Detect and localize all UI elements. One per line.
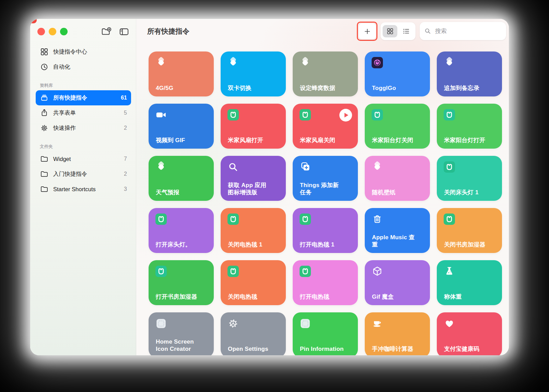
shortcut-tile-label: Home Screen Icon Creator bbox=[156, 338, 210, 353]
shortcut-tile[interactable]: TogglGo bbox=[365, 51, 430, 96]
power-app-icon bbox=[372, 57, 383, 68]
shortcut-tile-label: 视频到 GIF bbox=[156, 137, 210, 144]
shortcut-tile[interactable]: 设定蜂窝数据 bbox=[293, 51, 358, 96]
search-field[interactable] bbox=[420, 22, 506, 40]
shortcut-tile-label: TogglGo bbox=[372, 84, 426, 92]
sidebar-item-快捷指令中心[interactable]: 快捷指令中心 bbox=[36, 44, 131, 59]
shortcut-tile[interactable]: 关闭电热毯 1 bbox=[221, 208, 286, 253]
mihome-icon bbox=[227, 214, 239, 225]
sidebar-toolbar bbox=[101, 26, 129, 37]
toggle-sidebar-button[interactable] bbox=[119, 26, 129, 37]
shortcut-tile[interactable]: 天气预报 bbox=[149, 156, 214, 201]
mihome-icon bbox=[300, 109, 311, 120]
shortcut-tile[interactable]: 打开书房加湿器 bbox=[149, 260, 214, 305]
shortcut-tile[interactable]: 打开床头灯。 bbox=[149, 208, 214, 253]
sidebar-item-共享表单[interactable]: 共享表单 5 bbox=[36, 105, 131, 120]
new-folder-button[interactable] bbox=[101, 26, 112, 37]
shortcut-tile-label: Apple Music 查 重 bbox=[372, 234, 426, 249]
mihome-icon bbox=[444, 109, 455, 120]
shortcuts-app-window: 快捷指令中心 自动化 资料库 所有快捷指令 61 共享表单 5 快速操作 2 文… bbox=[30, 19, 509, 355]
gear-outline-icon bbox=[227, 318, 239, 329]
list-view-button[interactable] bbox=[399, 25, 413, 37]
mihome-icon bbox=[300, 266, 311, 277]
shortcut-tile[interactable]: 米家阳台灯打开 bbox=[437, 104, 502, 149]
sidebar-item-所有快捷指令[interactable]: 所有快捷指令 61 bbox=[36, 90, 131, 105]
shortcut-tile[interactable]: Pin Information bbox=[293, 312, 358, 355]
run-play-badge[interactable] bbox=[339, 109, 352, 122]
shortcut-tile-label: Gif 魔盒 bbox=[372, 293, 426, 301]
shortcut-tile[interactable]: Open Settings bbox=[221, 312, 286, 355]
shortcut-tile[interactable]: 视频到 GIF bbox=[149, 104, 214, 149]
shortcut-tile-label: 随机壁纸 bbox=[372, 189, 426, 196]
shortcut-tile[interactable]: 4G/5G bbox=[149, 51, 214, 96]
sidebar-item-widget[interactable]: Widget 7 bbox=[36, 151, 131, 166]
shortcut-tile[interactable]: 关闭书房加湿器 bbox=[437, 208, 502, 253]
shortcut-tile-label: 米家风扇打开 bbox=[228, 137, 282, 144]
coffee-cup-icon bbox=[372, 318, 383, 329]
search-input[interactable] bbox=[434, 27, 502, 35]
shortcut-tile[interactable]: 关闭电热毯 bbox=[221, 260, 286, 305]
layers-icon bbox=[444, 57, 455, 68]
sidebar-item-label: 快捷指令中心 bbox=[53, 48, 127, 56]
gear-icon bbox=[40, 124, 49, 132]
sidebar-item-快速操作[interactable]: 快速操作 2 bbox=[36, 120, 131, 136]
grid-view-button[interactable] bbox=[383, 25, 397, 37]
shortcut-tile[interactable]: 手冲咖啡计算器 bbox=[365, 312, 430, 355]
shortcut-tile[interactable]: 米家风扇打开 bbox=[221, 104, 286, 149]
sidebar-item-入门快捷指令[interactable]: 入门快捷指令 2 bbox=[36, 166, 131, 182]
shortcut-tile[interactable]: 米家风扇关闭 bbox=[293, 104, 358, 149]
sidebar-item-label: Starter Shortcuts bbox=[53, 186, 124, 193]
shortcut-tile-label: 关闭电热毯 bbox=[228, 293, 282, 301]
shortcut-tile[interactable]: 获取 App 应用 图标增强版 bbox=[221, 156, 286, 201]
shortcut-tile[interactable]: 打开电热毯 bbox=[293, 260, 358, 305]
sidebar-item-自动化[interactable]: 自动化 bbox=[36, 59, 131, 74]
search-icon bbox=[424, 27, 431, 35]
layers-icon bbox=[155, 161, 167, 173]
shortcut-tile[interactable]: 双卡切换 bbox=[221, 51, 286, 96]
minimize-button[interactable] bbox=[49, 28, 56, 35]
shortcut-tile-label: Open Settings bbox=[228, 345, 282, 353]
sidebar-item-label: 快速操作 bbox=[53, 124, 124, 132]
mihome-icon bbox=[227, 109, 239, 120]
zoom-button[interactable] bbox=[60, 28, 68, 35]
shortcut-tile[interactable]: 米家阳台灯关闭 bbox=[365, 104, 430, 149]
main-content: 所有快捷指令 4G/5G 双卡切换 设定蜂窝数据 TogglGo 追加到备忘录 … bbox=[136, 19, 509, 355]
shortcut-tile[interactable]: Apple Music 查 重 bbox=[365, 208, 430, 253]
shortcut-tile-label: 关闭电热毯 1 bbox=[228, 241, 282, 249]
plus-icon bbox=[363, 27, 371, 35]
shortcut-tile[interactable]: 打开电热毯 1 bbox=[293, 208, 358, 253]
shortcut-tile-label: 关闭书房加湿器 bbox=[444, 241, 498, 249]
sidebar-item-count: 3 bbox=[124, 186, 127, 192]
shortcut-tile-label: 设定蜂窝数据 bbox=[300, 84, 354, 92]
shortcut-tile-label: 打开床头灯。 bbox=[156, 241, 210, 249]
page-title: 所有快捷指令 bbox=[147, 26, 189, 36]
folder-icon bbox=[40, 185, 49, 194]
close-button[interactable] bbox=[37, 28, 45, 35]
sidebar-item-starter-shortcuts[interactable]: Starter Shortcuts 3 bbox=[36, 182, 131, 197]
shortcut-tile[interactable]: 支付宝健康码 bbox=[437, 312, 502, 355]
shortcut-tile[interactable]: 随机壁纸 bbox=[365, 156, 430, 201]
clock-icon bbox=[40, 62, 49, 71]
shortcut-tile-label: Pin Information bbox=[300, 345, 354, 353]
shortcut-tile[interactable]: 称体重 bbox=[437, 260, 502, 305]
shortcut-tile-label: 打开书房加湿器 bbox=[156, 293, 210, 301]
sidebar-item-label: Widget bbox=[53, 156, 124, 162]
add-shortcut-annotation-box bbox=[357, 22, 377, 41]
shortcut-tile[interactable]: Gif 魔盒 bbox=[365, 260, 430, 305]
sidebar-item-count: 7 bbox=[124, 156, 127, 162]
shortcut-tile[interactable]: Things 添加新 任务 bbox=[293, 156, 358, 201]
shortcut-tile[interactable]: 关闭床头灯 1 bbox=[437, 156, 502, 201]
sidebar-item-count: 61 bbox=[121, 95, 127, 101]
mihome-icon bbox=[227, 266, 239, 277]
shortcut-tile-label: 追加到备忘录 bbox=[444, 84, 498, 92]
share-icon bbox=[40, 108, 49, 117]
shortcut-tile[interactable]: Home Screen Icon Creator bbox=[149, 312, 214, 355]
shortcuts-grid: 4G/5G 双卡切换 设定蜂窝数据 TogglGo 追加到备忘录 视频到 GIF… bbox=[149, 51, 502, 355]
grid-view-icon bbox=[386, 27, 394, 35]
folder-icon bbox=[40, 154, 49, 163]
list-view-icon bbox=[402, 27, 410, 35]
shortcut-tile[interactable]: 追加到备忘录 bbox=[437, 51, 502, 96]
add-shortcut-button[interactable] bbox=[359, 23, 376, 39]
app-placeholder-icon bbox=[300, 318, 311, 329]
mihome-icon bbox=[372, 109, 383, 120]
